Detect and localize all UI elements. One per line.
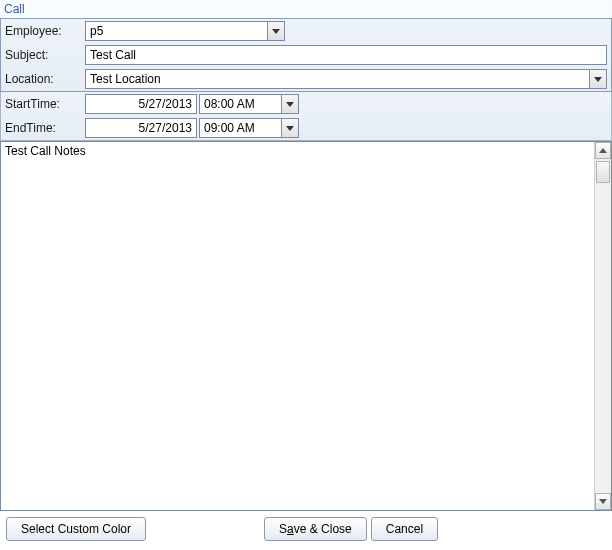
chevron-down-icon: [272, 29, 280, 34]
location-label: Location:: [5, 72, 85, 86]
employee-combo[interactable]: p5: [85, 21, 285, 41]
start-time-dropdown-button[interactable]: [281, 95, 298, 113]
endtime-label: EndTime:: [5, 121, 85, 135]
row-subject: Subject:: [1, 43, 611, 67]
save-text-pre: S: [279, 522, 287, 536]
employee-value: p5: [86, 22, 267, 40]
start-time-combo[interactable]: 08:00 AM: [199, 94, 299, 114]
call-dialog: Call Employee: p5 Subject: Location:: [0, 0, 612, 550]
save-and-close-button[interactable]: Save & Close: [264, 517, 367, 541]
chevron-down-icon: [286, 126, 294, 131]
save-text-post: ve & Close: [294, 522, 352, 536]
row-employee: Employee: p5: [1, 19, 611, 43]
end-time-combo[interactable]: 09:00 AM: [199, 118, 299, 138]
location-combo[interactable]: Test Location: [85, 69, 607, 89]
scroll-up-button[interactable]: [595, 142, 611, 159]
location-value: Test Location: [86, 70, 589, 88]
time-section: StartTime: 5/27/2013 08:00 AM EndTime: 5…: [0, 92, 612, 141]
scroll-thumb[interactable]: [596, 161, 610, 183]
start-time-value: 08:00 AM: [200, 95, 281, 113]
form-section: Employee: p5 Subject: Location: Test Loc: [0, 18, 612, 92]
chevron-up-icon: [599, 148, 607, 153]
notes-container: [0, 141, 612, 511]
row-endtime: EndTime: 5/27/2013 09:00 AM: [1, 116, 611, 140]
scroll-down-button[interactable]: [595, 493, 611, 510]
start-date-input[interactable]: 5/27/2013: [85, 94, 197, 114]
subject-label: Subject:: [5, 48, 85, 62]
select-custom-color-button[interactable]: Select Custom Color: [6, 517, 146, 541]
subject-input[interactable]: [85, 45, 607, 65]
cancel-button[interactable]: Cancel: [371, 517, 438, 541]
starttime-label: StartTime:: [5, 97, 85, 111]
end-date-input[interactable]: 5/27/2013: [85, 118, 197, 138]
employee-dropdown-button[interactable]: [267, 22, 284, 40]
window-title: Call: [0, 0, 612, 18]
row-starttime: StartTime: 5/27/2013 08:00 AM: [1, 92, 611, 116]
scroll-track[interactable]: [595, 159, 611, 493]
end-time-dropdown-button[interactable]: [281, 119, 298, 137]
chevron-down-icon: [594, 77, 602, 82]
notes-scrollbar[interactable]: [594, 142, 611, 510]
chevron-down-icon: [599, 499, 607, 504]
notes-textarea[interactable]: [1, 142, 594, 510]
footer: Select Custom Color Save & Close Cancel: [0, 511, 612, 547]
footer-buttons: Save & Close Cancel: [264, 517, 438, 541]
location-dropdown-button[interactable]: [589, 70, 606, 88]
chevron-down-icon: [286, 102, 294, 107]
save-accelerator: a: [287, 522, 294, 536]
row-location: Location: Test Location: [1, 67, 611, 91]
employee-label: Employee:: [5, 24, 85, 38]
end-time-value: 09:00 AM: [200, 119, 281, 137]
